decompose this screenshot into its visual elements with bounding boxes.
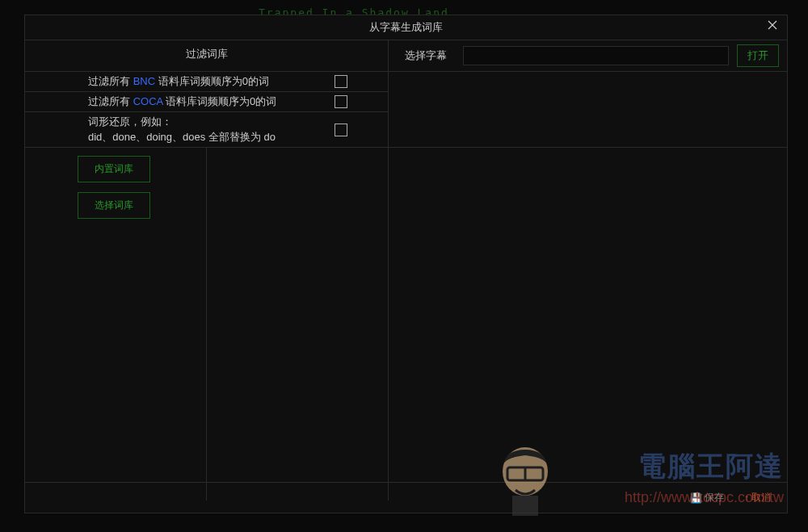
filter-header: 过滤词库	[25, 40, 389, 71]
subtitle-label: 选择字幕	[397, 48, 455, 63]
cancel-button[interactable]: ↑ 取消	[744, 491, 771, 505]
filter-bnc-checkbox[interactable]	[335, 75, 347, 88]
column-1: 内置词库 选择词库	[25, 148, 207, 501]
dialog-container: 从字幕生成词库 过滤词库 选择字幕 打开 过滤所有 BNC 语料库词频顺序为0的…	[24, 15, 788, 513]
close-button[interactable]	[764, 19, 781, 35]
save-button[interactable]: 💾 保存	[690, 491, 724, 505]
filter-bnc-label: 过滤所有 BNC 语料库词频顺序为0的词	[25, 74, 335, 89]
cancel-icon: ↑	[744, 492, 749, 504]
subtitle-row: 选择字幕 打开	[389, 40, 787, 71]
filter-row-coca: 过滤所有 COCA 语料库词频顺序为0的词	[25, 92, 389, 112]
filter-coca-label: 过滤所有 COCA 语料库词频顺序为0的词	[25, 94, 335, 109]
dialog-title: 从字幕生成词库	[369, 21, 443, 33]
builtin-library-button[interactable]: 内置词库	[78, 156, 150, 182]
save-icon: 💾	[690, 492, 702, 504]
open-button[interactable]: 打开	[737, 44, 779, 67]
column-2	[207, 148, 389, 501]
filter-row-lemma: 词形还原，例如： did、done、doing、does 全部替换为 do	[25, 112, 389, 146]
subtitle-input[interactable]	[463, 46, 729, 65]
filter-coca-checkbox[interactable]	[335, 95, 347, 108]
column-3	[389, 148, 787, 501]
dialog-footer: 💾 保存 ↑ 取消	[25, 482, 787, 513]
filter-lemma-checkbox[interactable]	[335, 124, 347, 136]
filter-lemma-label: 词形还原，例如： did、done、doing、does 全部替换为 do	[25, 115, 335, 144]
close-icon	[767, 19, 778, 31]
filter-rows: 过滤所有 BNC 语料库词频顺序为0的词 过滤所有 COCA 语料库词频顺序为0…	[25, 72, 787, 148]
columns-area: 内置词库 选择词库	[25, 148, 787, 501]
top-row: 过滤词库 选择字幕 打开	[25, 40, 787, 72]
dialog-header: 从字幕生成词库	[25, 15, 787, 40]
filter-row-bnc: 过滤所有 BNC 语料库词频顺序为0的词	[25, 72, 389, 92]
select-library-button[interactable]: 选择词库	[78, 192, 150, 219]
